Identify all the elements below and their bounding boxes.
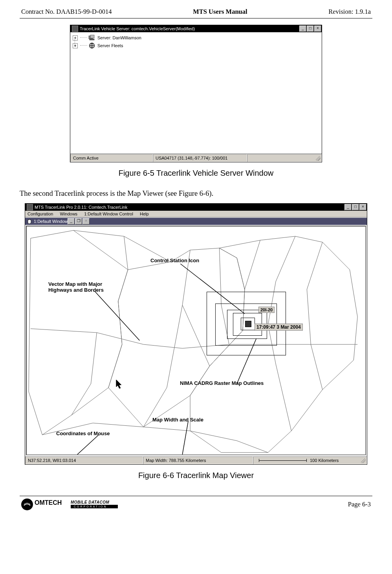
tree-node-server[interactable]: + Server: DanWilliamson xyxy=(73,34,319,42)
close-button[interactable]: × xyxy=(314,26,321,32)
hand-icon xyxy=(27,219,32,224)
minimize-button[interactable]: _ xyxy=(68,218,75,224)
svg-line-7 xyxy=(95,291,139,340)
close-button-disabled: × xyxy=(82,218,90,224)
svg-point-10 xyxy=(23,500,31,508)
legend-text: Vector Map with Major xyxy=(48,281,102,287)
svg-line-8 xyxy=(182,421,188,454)
menu-default-window-control[interactable]: 1:Default Window Control xyxy=(84,212,133,216)
legend-control-station: Control Station Icon xyxy=(150,258,199,264)
status-bar: Comm Active USA04717 (31.148,-97.774): 1… xyxy=(70,154,322,162)
header-rule xyxy=(20,18,372,18)
page-header: Contract No. DAAB15-99-D-0014 MTS Users … xyxy=(20,8,372,18)
unit-id-tag[interactable]: 20I-20 xyxy=(258,307,275,313)
inner-window-title-text: 1:Default Window xyxy=(34,219,68,224)
status-coords: N37:52.218, W81:03.014 xyxy=(25,456,143,464)
svg-rect-1 xyxy=(90,35,94,38)
globe-icon xyxy=(88,42,96,49)
logo-globe-icon xyxy=(21,499,33,510)
menu-bar[interactable]: Configuration Windows 1:Default Window C… xyxy=(25,211,367,217)
tree-view[interactable]: + Server: DanWilliamson + xyxy=(70,32,322,154)
tree-node-label: Server: DanWilliamson xyxy=(97,35,141,40)
body-paragraph: The second Tracerlink process is the Map… xyxy=(20,189,372,198)
document-page: Contract No. DAAB15-99-D-0014 MTS Users … xyxy=(0,0,392,514)
vehicle-server-window: TracerLink Vehicle Server: comtech.Vehic… xyxy=(70,25,322,162)
minimize-button[interactable]: _ xyxy=(344,204,352,210)
page-number: Page 6-3 xyxy=(348,500,371,508)
window-titlebar[interactable]: MTS TracerLink Pro 2.0.11: Comtech.Trace… xyxy=(25,204,367,211)
status-map-width: Map Width: 788.755 Kilometers xyxy=(143,456,253,464)
scale-bar-icon xyxy=(259,459,307,462)
app-icon xyxy=(72,26,78,32)
tree-node-label: Server Fleets xyxy=(97,43,123,48)
legend-map-width: Map Width and Scale xyxy=(152,417,203,423)
header-revision: Revision: 1.9.1a xyxy=(328,8,371,16)
minimize-button[interactable]: _ xyxy=(299,26,306,32)
tree-node-fleets[interactable]: + Server Fleets xyxy=(73,42,319,50)
header-title: MTS Users Manual xyxy=(193,8,247,16)
resize-grip-icon[interactable] xyxy=(361,458,366,463)
menu-configuration[interactable]: Configuration xyxy=(27,212,53,216)
restore-button[interactable]: ❐ xyxy=(75,218,82,224)
maximize-button[interactable]: □ xyxy=(352,204,359,210)
footer-logo: OMTECH MOBILE DATACOM CORPORATION xyxy=(21,499,137,510)
svg-line-9 xyxy=(77,435,99,454)
figure-caption: Figure 6-6 Tracerlink Map Viewer xyxy=(20,471,372,480)
window-title-text: MTS TracerLink Pro 2.0.11: Comtech.Trace… xyxy=(35,205,127,210)
status-bar: N37:52.218, W81:03.014 Map Width: 788.75… xyxy=(25,456,367,464)
maximize-button[interactable]: □ xyxy=(307,26,314,32)
legend-text: Highways and Borders xyxy=(48,287,104,293)
svg-text:OMTECH: OMTECH xyxy=(35,499,62,506)
server-icon xyxy=(88,35,96,41)
header-contract: Contract No. DAAB15-99-D-0014 xyxy=(21,8,112,16)
menu-help[interactable]: Help xyxy=(140,212,149,216)
status-coords: USA04717 (31.148,-97.774): 100/001 xyxy=(153,154,247,162)
inner-window-titlebar[interactable]: 1:Default Window _ ❐ × xyxy=(25,217,367,225)
control-station-icon[interactable] xyxy=(245,321,251,327)
page-footer: OMTECH MOBILE DATACOM CORPORATION Page 6… xyxy=(20,499,372,510)
scale-label: 100 Kilometers xyxy=(310,458,339,463)
figure-caption: Figure 6-5 Tracerlink Vehicle Server Win… xyxy=(20,169,372,178)
footer-rule xyxy=(20,496,372,496)
window-titlebar[interactable]: TracerLink Vehicle Server: comtech.Vehic… xyxy=(70,25,322,32)
status-empty xyxy=(247,154,322,162)
map-viewer-window: MTS TracerLink Pro 2.0.11: Comtech.Trace… xyxy=(25,203,367,465)
legend-vector-map: Vector Map with Major Highways and Borde… xyxy=(48,281,104,293)
status-scale: 100 Kilometers xyxy=(253,456,367,464)
legend-raster: NIMA CADRG Raster Map Outlines xyxy=(180,381,264,386)
timestamp-tag: 17:09:47 3 Mar 2004 xyxy=(255,324,303,331)
svg-text:MOBILE DATACOM: MOBILE DATACOM xyxy=(71,500,109,504)
logo-text: OMTECH MOBILE DATACOM CORPORATION xyxy=(35,499,137,510)
menu-windows[interactable]: Windows xyxy=(60,212,78,216)
svg-text:CORPORATION: CORPORATION xyxy=(74,505,107,508)
svg-rect-2 xyxy=(90,39,94,40)
resize-grip-icon[interactable] xyxy=(316,156,321,161)
map-canvas[interactable]: 20I-20 17:09:47 3 Mar 2004 Control Stati… xyxy=(26,226,366,455)
legend-coords: Coordinates of Mouse xyxy=(56,431,110,437)
window-title-text: TracerLink Vehicle Server: comtech.Vehic… xyxy=(80,26,195,31)
status-comm: Comm Active xyxy=(70,154,153,162)
app-icon xyxy=(27,204,33,210)
close-button[interactable]: × xyxy=(359,204,366,210)
